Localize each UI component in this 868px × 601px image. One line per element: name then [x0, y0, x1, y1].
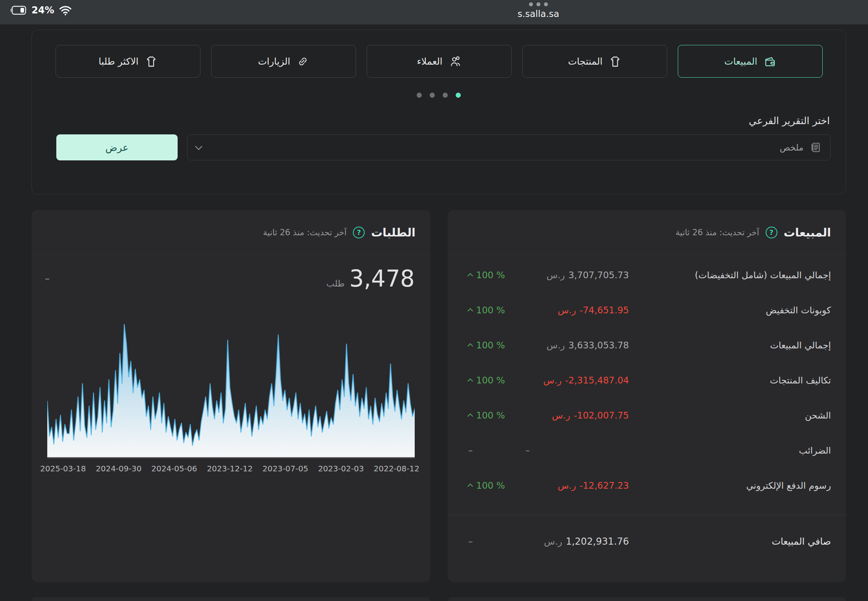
wallet-icon — [764, 55, 776, 68]
tab-customers[interactable]: العملاء — [367, 45, 512, 78]
tab-sales[interactable]: المبيعات — [678, 45, 823, 78]
tshirt-icon — [145, 55, 158, 68]
row-label: الضرائب — [652, 445, 831, 456]
sales-row: تكاليف المنتجات ر.س -2,315,487.04 100 % — [463, 363, 831, 398]
link-icon — [297, 55, 309, 68]
x-axis-label: 2025-03-18 — [40, 464, 86, 473]
row-value: ر.س 3,633,053.78 — [522, 340, 652, 350]
tab-products[interactable]: المنتجات — [522, 45, 667, 78]
sales-row: الشحن ر.س -102,007.75 100 % — [463, 398, 831, 433]
chevron-down-icon[interactable] — [195, 143, 202, 150]
selected-option: ملخص — [780, 143, 803, 153]
x-axis-label: 2023-07-05 — [263, 464, 308, 473]
orders-card-title: الطلبات — [371, 226, 415, 239]
row-amount: 3,633,053.78 — [568, 340, 629, 350]
sales-row: إجمالي المبيعات (شامل التخفيضات) ر.س 3,7… — [463, 257, 831, 292]
row-value: ر.س -2,315,487.04 — [522, 375, 652, 385]
row-label: إجمالي المبيعات (شامل التخفيضات) — [652, 270, 831, 280]
x-axis-label: 2024-05-06 — [151, 464, 197, 473]
orders-total: 3,478 — [349, 265, 415, 292]
x-axis-label: 2023-12-12 — [207, 464, 252, 473]
orders-last-update: آخر تحديث: منذ 26 ثانية — [263, 228, 347, 237]
document-icon — [810, 141, 822, 153]
pagination-dot[interactable] — [456, 93, 461, 98]
battery-percent: 24% — [32, 5, 54, 16]
tabs-pagination-dots — [32, 93, 846, 98]
net-label: صافي المبيعات — [652, 536, 831, 547]
row-label: رسوم الدفع الإلكتروني — [652, 480, 831, 491]
sales-card: المبيعات ? آخر تحديث: منذ 26 ثانية إجمال… — [448, 210, 846, 582]
currency-label: ر.س — [547, 270, 565, 280]
orders-unit: طلب — [326, 279, 345, 288]
row-amount: -74,651.95 — [580, 305, 629, 315]
currency-label: ر.س — [544, 536, 562, 547]
row-value: ر.س -102,007.75 — [522, 410, 652, 421]
help-icon[interactable]: ? — [353, 227, 365, 238]
row-label: الشحن — [652, 410, 831, 421]
row-percent: 100 % — [463, 410, 522, 421]
sub-report-select[interactable]: ملخص — [187, 134, 831, 160]
x-axis-label: 2023-02-03 — [318, 464, 364, 473]
orders-chart — [47, 313, 415, 458]
sales-row: الضرائب – – — [463, 433, 831, 468]
row-label: إجمالي المبيعات — [652, 340, 831, 350]
caret-up-icon — [467, 273, 473, 279]
pagination-dot[interactable] — [443, 93, 448, 98]
report-selector-panel: المبيعات المنتجات العملاء — [32, 30, 846, 194]
row-percent: 100 % — [463, 480, 522, 491]
currency-label: ر.س — [552, 410, 571, 421]
tab-label: المبيعات — [724, 56, 757, 67]
orders-card: الطلبات ? آخر تحديث: منذ 26 ثانية 3,478 … — [32, 210, 430, 582]
sales-last-update: آخر تحديث: منذ 26 ثانية — [676, 228, 759, 237]
view-button[interactable]: عرض — [56, 134, 178, 160]
caret-up-icon — [467, 308, 473, 314]
caret-up-icon — [467, 484, 473, 489]
x-axis-label: 2024-09-30 — [96, 464, 141, 473]
net-sales-row: صافي المبيعات ر.س 1,202,931.76 – — [463, 525, 831, 558]
report-tabs: المبيعات المنتجات العملاء — [32, 30, 846, 78]
row-percent: 100 % — [463, 375, 522, 385]
tab-label: المنتجات — [568, 56, 603, 67]
status-bar: 24% s.salla.sa — [0, 0, 868, 24]
tab-overflow-dots-icon[interactable] — [517, 2, 559, 6]
battery-icon — [10, 5, 27, 15]
wifi-icon — [59, 5, 72, 16]
row-amount: -102,007.75 — [574, 410, 629, 421]
tshirt-icon — [609, 55, 621, 68]
caret-up-icon — [467, 413, 473, 419]
row-label: كوبونات التخفيض — [652, 305, 831, 315]
row-amount: -12,627.23 — [580, 480, 629, 491]
help-icon[interactable]: ? — [766, 227, 777, 238]
tab-most-ordered[interactable]: الاكثر طلبا — [56, 45, 200, 78]
row-value: ر.س -74,651.95 — [522, 305, 652, 315]
row-value: ر.س -12,627.23 — [522, 480, 652, 491]
pagination-dot[interactable] — [417, 93, 422, 98]
tab-visits[interactable]: الزيارات — [211, 45, 356, 78]
row-value: – — [522, 445, 652, 456]
row-percent: 100 % — [463, 340, 522, 350]
net-pct: – — [468, 536, 473, 547]
currency-label: ر.س — [558, 480, 576, 491]
pagination-dot[interactable] — [430, 93, 435, 98]
address-url[interactable]: s.salla.sa — [517, 9, 559, 19]
sub-report-title: اختر التقرير الفرعي — [32, 115, 830, 127]
tab-label: الزيارات — [258, 56, 290, 67]
row-amount: -2,315,487.04 — [565, 375, 629, 385]
row-percent: 100 % — [463, 305, 522, 315]
next-card-strip — [32, 597, 430, 601]
sales-rows: إجمالي المبيعات (شامل التخفيضات) ر.س 3,7… — [448, 255, 846, 503]
row-percent: – — [463, 445, 522, 456]
tab-label: الاكثر طلبا — [98, 56, 139, 67]
caret-up-icon — [467, 343, 473, 349]
currency-label: ر.س — [547, 340, 565, 350]
users-icon — [449, 55, 462, 68]
row-amount: 3,707,705.73 — [568, 270, 629, 280]
currency-label: ر.س — [543, 375, 562, 385]
x-axis-labels: 2025-03-182024-09-302024-05-062023-12-12… — [40, 464, 419, 473]
row-value: ر.س 3,707,705.73 — [522, 270, 652, 280]
net-amount: 1,202,931.76 — [566, 536, 629, 547]
sales-row: رسوم الدفع الإلكتروني ر.س -12,627.23 100… — [463, 468, 831, 503]
sales-row: إجمالي المبيعات ر.س 3,633,053.78 100 % — [463, 327, 831, 363]
row-amount: – — [525, 445, 530, 456]
row-percent: 100 % — [463, 270, 522, 280]
